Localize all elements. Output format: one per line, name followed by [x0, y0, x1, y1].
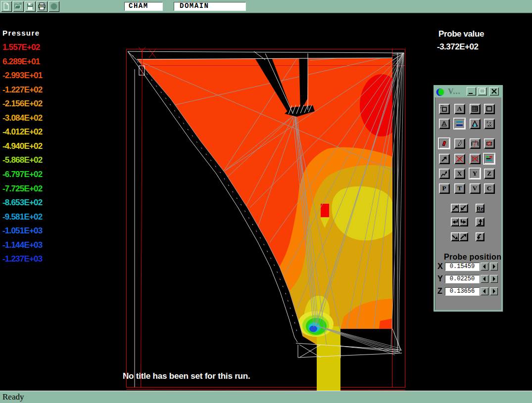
svg-text:x: x	[487, 124, 489, 127]
svg-text:y: y	[489, 121, 491, 125]
